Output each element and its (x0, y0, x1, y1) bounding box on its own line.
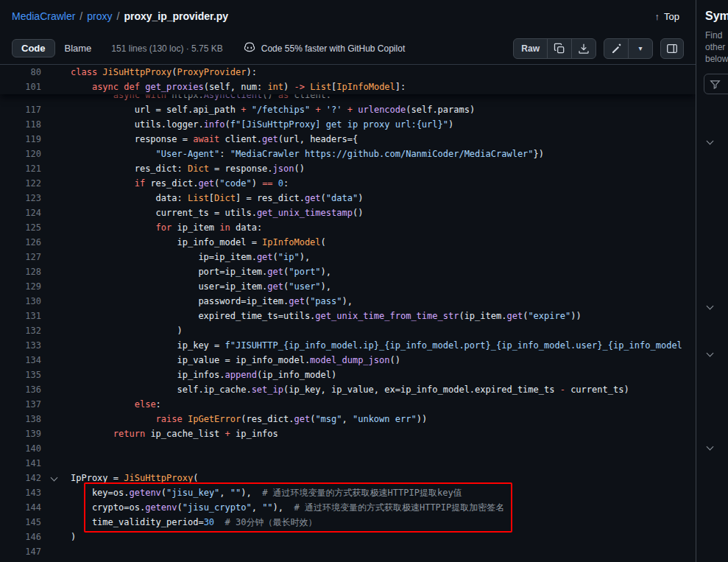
back-to-top-button[interactable]: ↑ Top (651, 10, 684, 23)
raw-button[interactable]: Raw (514, 39, 547, 58)
code-gutter (41, 426, 71, 441)
code-line-144: 144 crypto=os.getenv("jisu_crypto", ""),… (0, 500, 696, 515)
chevron-down-icon[interactable] (707, 138, 714, 145)
line-number[interactable]: 139 (0, 426, 41, 441)
line-number[interactable]: 146 (0, 530, 41, 544)
line-number[interactable]: 141 (0, 456, 41, 471)
symbols-panel: Sym Find other below (696, 0, 728, 562)
line-number[interactable]: 132 (0, 323, 41, 338)
github-file-view: MediaCrawler / proxy / proxy_ip_provider… (0, 0, 728, 562)
breadcrumb-separator: / (79, 10, 82, 22)
code-text: else: (71, 397, 696, 412)
code-line-120: 120 "User-Agent": "MediaCrawler https://… (0, 147, 696, 161)
code-text: ) (71, 530, 696, 544)
tab-blame[interactable]: Blame (55, 39, 102, 57)
code-text: return ip_cache_list + ip_infos (71, 426, 696, 441)
copilot-banner[interactable]: Code 55% faster with GitHub Copilot (244, 41, 405, 55)
chevron-down-icon[interactable] (707, 350, 714, 357)
line-number[interactable]: 124 (0, 206, 41, 220)
line-number[interactable]: 147 (0, 544, 41, 559)
file-meta-text: 151 lines (130 loc) · 5.75 KB (111, 43, 222, 54)
breadcrumb-bar: MediaCrawler / proxy / proxy_ip_provider… (0, 0, 696, 32)
line-number[interactable]: 129 (0, 279, 41, 294)
symbols-desc-line: other (705, 41, 728, 53)
code-text (71, 441, 696, 456)
code-line-121: 121 res_dict: Dict = response.json() (0, 161, 696, 176)
code-gutter (41, 382, 71, 397)
line-number[interactable]: 136 (0, 382, 41, 397)
line-number[interactable]: 131 (0, 309, 41, 323)
code-line-119: 119 response = await client.get(url, hea… (0, 132, 696, 147)
code-text: ip_infos.append(ip_info_model) (71, 368, 696, 382)
arrow-up-icon: ↑ (655, 11, 660, 22)
code-text: self.ip_cache.set_ip(ip_key, ip_value, e… (71, 382, 696, 397)
side-panel-icon (666, 43, 678, 55)
line-number[interactable]: 135 (0, 368, 41, 382)
code-line-139: 139 return ip_cache_list + ip_infos (0, 426, 696, 441)
code-lines: async with httpx.AsyncClient() as client… (0, 94, 696, 559)
code-gutter (41, 456, 71, 471)
code-text: class JiSuHttpProxy(ProxyProvider): (71, 65, 696, 80)
code-line-131: 131 expired_time_ts=utils.get_unix_time_… (0, 309, 696, 323)
line-number[interactable]: 126 (0, 235, 41, 250)
symbols-panel-toggle-button[interactable] (660, 38, 684, 59)
line-number[interactable]: 123 (0, 191, 41, 206)
code-text: ip=ip_item.get("ip"), (71, 250, 696, 264)
line-number[interactable]: 125 (0, 220, 41, 235)
line-number[interactable]: 145 (0, 515, 41, 530)
line-number[interactable]: 101 (0, 80, 41, 94)
line-number[interactable]: 138 (0, 412, 41, 426)
line-number[interactable]: 140 (0, 441, 41, 456)
edit-options-dropdown-button[interactable]: ▾ (629, 39, 652, 58)
code-gutter (41, 235, 71, 250)
breadcrumb-repo-link[interactable]: MediaCrawler (12, 10, 75, 22)
code-line-146: 146) (0, 530, 696, 544)
breadcrumb-separator: / (116, 10, 119, 22)
line-number[interactable]: 144 (0, 500, 41, 515)
line-number[interactable]: 80 (0, 65, 41, 80)
tab-code[interactable]: Code (12, 39, 55, 57)
line-number[interactable]: 120 (0, 147, 41, 161)
line-number[interactable]: 119 (0, 132, 41, 147)
line-number[interactable]: 122 (0, 176, 41, 191)
line-number[interactable]: 133 (0, 338, 41, 353)
code-line-130: 130 password=ip_item.get("pass"), (0, 294, 696, 309)
code-line-126: 126 ip_info_model = IpInfoModel( (0, 235, 696, 250)
breadcrumb-folder-link[interactable]: proxy (87, 10, 112, 22)
chevron-down-icon: ▾ (638, 44, 642, 52)
line-number[interactable]: 128 (0, 264, 41, 279)
code-line-129: 129 user=ip_item.get("user"), (0, 279, 696, 294)
code-viewer: 80class JiSuHttpProxy(ProxyProvider):101… (0, 65, 696, 562)
line-number[interactable]: 121 (0, 161, 41, 176)
chevron-down-icon[interactable] (707, 443, 714, 451)
chevron-down-icon[interactable] (707, 303, 714, 310)
line-number[interactable]: 143 (0, 485, 41, 500)
code-gutter (41, 323, 71, 338)
code-gutter (41, 294, 71, 309)
line-number[interactable]: 142 (0, 471, 41, 485)
code-text: res_dict: Dict = response.json() (71, 161, 696, 176)
code-gutter (41, 250, 71, 264)
code-line-122: 122 if res_dict.get("code") == 0: (0, 176, 696, 191)
edit-file-button[interactable] (604, 39, 628, 58)
symbols-panel-title: Sym (696, 0, 728, 23)
symbols-desc-line: below (705, 53, 728, 65)
line-number[interactable]: 127 (0, 250, 41, 264)
code-gutter (41, 530, 71, 544)
line-number[interactable]: 137 (0, 397, 41, 412)
copy-raw-content-button[interactable] (548, 39, 571, 58)
line-number[interactable]: 117 (0, 102, 41, 117)
collapse-chevron-icon[interactable] (51, 474, 58, 482)
copilot-icon (244, 41, 255, 55)
line-number[interactable]: 118 (0, 117, 41, 132)
line-number[interactable]: 130 (0, 294, 41, 309)
code-line-125: 125 for ip_item in data: (0, 220, 696, 235)
code-gutter (41, 309, 71, 323)
symbols-filter-input[interactable] (704, 74, 728, 94)
code-text: url = self.api_path + "/fetchips" + '?' … (71, 102, 696, 117)
download-raw-file-button[interactable] (572, 39, 596, 58)
code-text: for ip_item in data: (71, 220, 696, 235)
copilot-banner-text: Code 55% faster with GitHub Copilot (261, 43, 405, 54)
code-line-118: 118 utils.logger.info(f"[JiSuHttpProxy] … (0, 117, 696, 132)
line-number[interactable]: 134 (0, 353, 41, 368)
